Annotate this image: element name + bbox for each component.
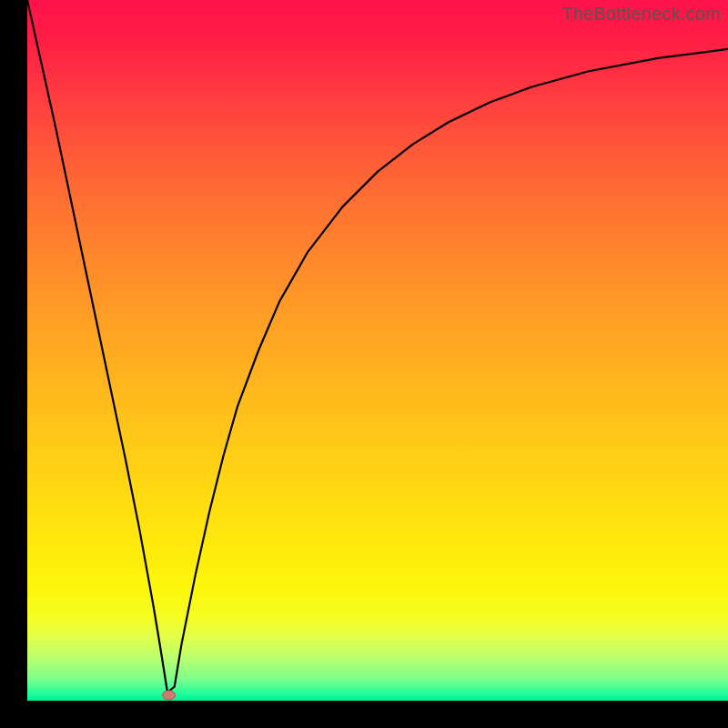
bottleneck-curve (27, 0, 728, 693)
curve-layer (27, 0, 728, 701)
minimum-marker (163, 691, 176, 700)
plot-area: TheBottleneck.com (27, 0, 728, 701)
chart-frame: TheBottleneck.com (0, 0, 728, 728)
